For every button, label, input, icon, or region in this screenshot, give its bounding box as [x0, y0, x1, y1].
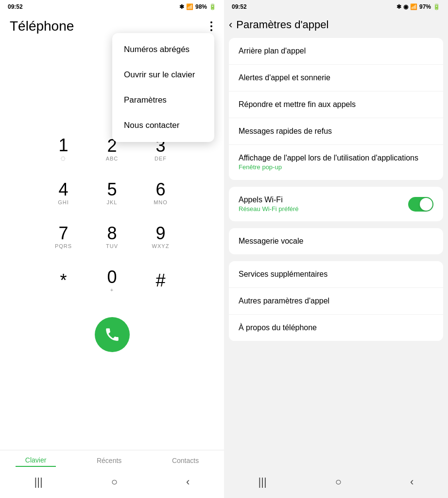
- messages-title: Messages rapides de refus: [239, 127, 332, 135]
- tab-recents[interactable]: Récents: [87, 455, 131, 466]
- settings-title: Paramètres d'appel: [236, 18, 328, 31]
- settings-list: Arrière plan d'appel Alertes d'appel et …: [224, 36, 448, 469]
- settings-autres[interactable]: Autres paramètres d'appel: [229, 288, 443, 315]
- left-battery-icon: 🔋: [209, 3, 216, 10]
- gap-1: [224, 182, 448, 185]
- dot3: [210, 29, 212, 31]
- dial-key-star[interactable]: *: [39, 259, 88, 302]
- back-arrow-button[interactable]: ‹: [229, 18, 232, 31]
- dial-key-8[interactable]: 8 TUV: [88, 215, 137, 259]
- app-title: Téléphone: [10, 18, 74, 34]
- messagerie-title: Messagerie vocale: [239, 237, 303, 245]
- sub-2: ABC: [106, 156, 119, 161]
- sub-7: PQRS: [55, 243, 72, 249]
- dial-key-6[interactable]: 6 MNO: [137, 171, 185, 215]
- sub-4: GHI: [58, 199, 69, 205]
- sub-1: ◌: [61, 155, 66, 161]
- digit-7: 7: [58, 225, 68, 242]
- digit-8: 8: [107, 225, 117, 242]
- right-header: ‹ Paramètres d'appel: [224, 14, 448, 36]
- settings-messages[interactable]: Messages rapides de refus: [229, 118, 443, 145]
- dial-key-9[interactable]: 9 WXYZ: [137, 215, 185, 259]
- menu-item-contact[interactable]: Nous contacter: [112, 113, 214, 138]
- left-back-button[interactable]: ‹: [172, 474, 204, 490]
- dot1: [210, 21, 212, 23]
- settings-arriere-plan[interactable]: Arrière plan d'appel: [229, 38, 443, 65]
- affichage-title: Affichage de l'appel lors de l'utilisati…: [239, 154, 418, 162]
- digit-0: 0: [107, 268, 117, 286]
- menu-item-parametres[interactable]: Paramètres: [112, 88, 214, 113]
- more-options-button[interactable]: [208, 19, 214, 33]
- digit-6: 6: [155, 181, 165, 198]
- dial-key-hash[interactable]: #: [137, 259, 185, 302]
- settings-affichage[interactable]: Affichage de l'appel lors de l'utilisati…: [229, 145, 443, 180]
- right-wifi-icon: 📶: [410, 3, 417, 10]
- dial-key-1[interactable]: 1 ◌: [39, 127, 88, 171]
- right-system-nav: ||| ○ ‹: [224, 469, 448, 498]
- wifi-calls-title: Appels Wi-Fi: [239, 196, 283, 204]
- left-recent-button[interactable]: |||: [20, 474, 57, 490]
- right-battery: 97%: [419, 3, 431, 10]
- right-battery-icon: 🔋: [433, 3, 440, 10]
- dialpad-grid: 1 ◌ 2 ABC 3 DEF 4 GHI 5 JKL 6 MNO: [39, 127, 185, 302]
- dial-key-0[interactable]: 0 +: [88, 259, 137, 302]
- settings-wifi-calls[interactable]: Appels Wi-Fi Réseau Wi-Fi préféré: [229, 187, 443, 221]
- right-status-bar: 09:52 ✱ ◉ 📶 97% 🔋: [224, 0, 448, 14]
- left-bluetooth-icon: ✱: [179, 3, 184, 10]
- right-status-icons: ✱ ◉ 📶 97% 🔋: [396, 3, 440, 10]
- toggle-knob: [420, 198, 432, 211]
- call-button[interactable]: [95, 317, 130, 352]
- sub-5: JKL: [107, 199, 118, 205]
- settings-section-wifi: Appels Wi-Fi Réseau Wi-Fi préféré: [229, 187, 443, 221]
- right-home-button[interactable]: ○: [321, 474, 356, 490]
- sub-9: WXYZ: [152, 243, 170, 249]
- menu-item-clavier[interactable]: Ouvrir sur le clavier: [112, 62, 214, 88]
- digit-4: 4: [58, 181, 68, 198]
- sub-6: MNO: [154, 199, 168, 205]
- settings-apropos[interactable]: À propos du téléphone: [229, 315, 443, 341]
- bottom-nav: Clavier Récents Contacts: [0, 450, 224, 469]
- dot2: [210, 25, 212, 27]
- arriere-plan-title: Arrière plan d'appel: [239, 47, 306, 55]
- digit-9: 9: [155, 225, 165, 242]
- settings-section-voicemail: Messagerie vocale: [229, 228, 443, 254]
- left-battery: 98%: [195, 3, 207, 10]
- sub-8: TUV: [106, 243, 118, 249]
- repondre-title: Répondre et mettre fin aux appels: [239, 100, 356, 108]
- left-home-button[interactable]: ○: [97, 474, 132, 490]
- digit-1: 1: [58, 137, 68, 154]
- right-recent-button[interactable]: |||: [244, 474, 281, 490]
- left-time: 09:52: [8, 3, 23, 10]
- wifi-calls-text: Appels Wi-Fi Réseau Wi-Fi préféré: [239, 196, 299, 213]
- wifi-calls-toggle[interactable]: [408, 197, 433, 212]
- sub-0: +: [110, 287, 114, 293]
- sub-3: DEF: [155, 156, 167, 161]
- gap-2: [224, 223, 448, 226]
- dial-key-4[interactable]: 4 GHI: [39, 171, 88, 215]
- gap-3: [224, 256, 448, 259]
- left-signal-icon: 📶: [186, 3, 193, 10]
- right-panel: 09:52 ✱ ◉ 📶 97% 🔋 ‹ Paramètres d'appel A…: [224, 0, 448, 498]
- tab-clavier[interactable]: Clavier: [16, 454, 56, 467]
- digit-star: *: [60, 272, 67, 289]
- dial-key-5[interactable]: 5 JKL: [88, 171, 137, 215]
- digit-5: 5: [107, 181, 117, 198]
- apropos-title: À propos du téléphone: [239, 323, 317, 332]
- affichage-subtitle: Fenêtre pop-up: [239, 163, 282, 171]
- right-location-icon: ◉: [403, 3, 408, 10]
- settings-services[interactable]: Services supplémentaires: [229, 261, 443, 288]
- autres-title: Autres paramètres d'appel: [239, 297, 329, 305]
- settings-messagerie[interactable]: Messagerie vocale: [229, 228, 443, 254]
- settings-alertes[interactable]: Alertes d'appel et sonnerie: [229, 65, 443, 91]
- settings-repondre[interactable]: Répondre et mettre fin aux appels: [229, 91, 443, 118]
- left-status-bar: 09:52 ✱ 📶 98% 🔋: [0, 0, 224, 14]
- wifi-calls-row: Appels Wi-Fi Réseau Wi-Fi préféré: [239, 196, 433, 213]
- digit-hash: #: [155, 272, 165, 289]
- right-time: 09:52: [232, 3, 247, 10]
- tab-contacts[interactable]: Contacts: [162, 455, 208, 466]
- dropdown-menu: Numéros abrégés Ouvrir sur le clavier Pa…: [112, 33, 214, 142]
- dial-key-7[interactable]: 7 PQRS: [39, 215, 88, 259]
- menu-item-numeros[interactable]: Numéros abrégés: [112, 37, 214, 62]
- right-back-button[interactable]: ‹: [396, 474, 428, 490]
- call-icon: [104, 326, 121, 343]
